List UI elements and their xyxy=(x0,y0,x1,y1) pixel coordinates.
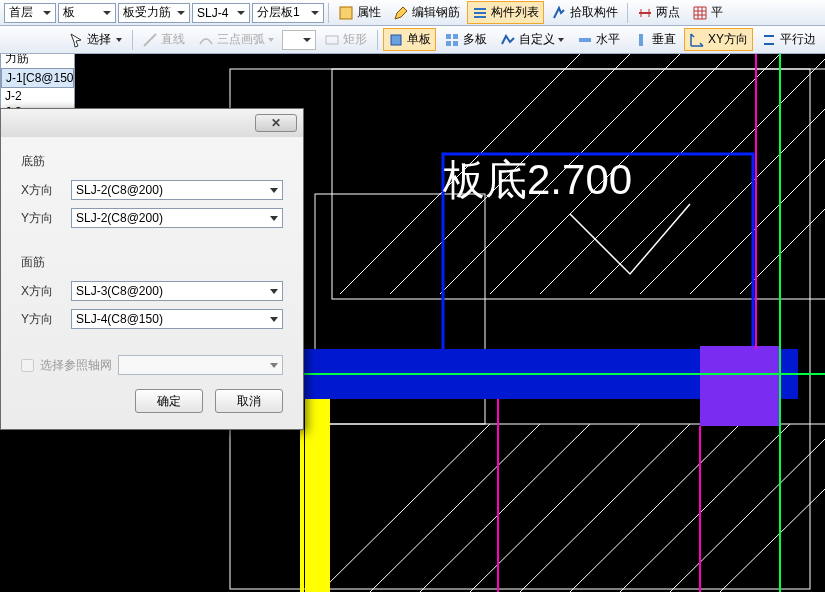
y-label: Y方向 xyxy=(21,311,63,328)
parallel-edge-button[interactable]: 平行边 xyxy=(756,28,821,51)
svg-rect-34 xyxy=(474,12,486,14)
xy-direction-button[interactable]: XY方向 xyxy=(684,28,753,51)
svg-line-19 xyxy=(620,424,790,592)
toolbar-secondary: 选择 直线 三点画弧 矩形 单板 多板 自定义 水平 垂直 XY方向 平行边 xyxy=(0,26,825,54)
two-point-icon xyxy=(637,5,653,21)
parallel-icon xyxy=(761,32,777,48)
multi-panel-icon xyxy=(444,32,460,48)
shoulijin-dropdown[interactable]: 板受力筋 xyxy=(118,3,190,23)
svg-rect-35 xyxy=(474,16,486,18)
picker-icon xyxy=(551,5,567,21)
horizontal-button[interactable]: 水平 xyxy=(572,28,625,51)
rebar-direction-dialog: ✕ 底筋 X方向 SLJ-2(C8@200) Y方向 SLJ-2(C8@200)… xyxy=(0,108,304,430)
close-icon: ✕ xyxy=(271,116,281,130)
svg-line-21 xyxy=(720,489,825,592)
canvas-annotation: 板底2.700 xyxy=(443,152,632,208)
group-title-top: 面筋 xyxy=(21,254,283,271)
svg-rect-33 xyxy=(474,8,486,10)
cancel-button[interactable]: 取消 xyxy=(215,389,283,413)
svg-rect-24 xyxy=(700,346,780,426)
svg-line-10 xyxy=(640,109,825,294)
dialog-titlebar[interactable]: ✕ xyxy=(1,109,303,137)
list-item[interactable]: J-2 xyxy=(1,88,74,104)
svg-line-15 xyxy=(420,424,590,592)
svg-line-14 xyxy=(370,424,540,592)
bottom-y-select[interactable]: SLJ-2(C8@200) xyxy=(71,208,283,228)
xy-icon xyxy=(689,32,705,48)
svg-line-16 xyxy=(470,424,640,592)
toolbar-primary: 首层 板 板受力筋 SLJ-4 分层板1 属性 编辑钢筋 构件列表 拾取构件 两… xyxy=(0,0,825,26)
single-panel-button[interactable]: 单板 xyxy=(383,28,436,51)
vertical-icon xyxy=(633,32,649,48)
edit-rebar-button[interactable]: 编辑钢筋 xyxy=(388,1,465,24)
two-point-button[interactable]: 两点 xyxy=(632,1,685,24)
fenceng-dropdown[interactable]: 分层板1 xyxy=(252,3,324,23)
svg-rect-42 xyxy=(446,34,451,39)
bottom-x-select[interactable]: SLJ-2(C8@200) xyxy=(71,180,283,200)
arc-icon xyxy=(198,32,214,48)
svg-rect-46 xyxy=(579,38,591,42)
x-label: X方向 xyxy=(21,283,63,300)
horizontal-icon xyxy=(577,32,593,48)
grid-icon xyxy=(692,5,708,21)
close-button[interactable]: ✕ xyxy=(255,114,297,132)
line-icon xyxy=(142,32,158,48)
multi-panel-button[interactable]: 多板 xyxy=(439,28,492,51)
custom-button[interactable]: 自定义 xyxy=(495,28,569,51)
select-button[interactable]: 选择 xyxy=(63,28,127,51)
svg-rect-40 xyxy=(326,36,338,44)
list-icon xyxy=(472,5,488,21)
svg-line-13 xyxy=(320,424,490,592)
list-item[interactable]: J-1[C8@150] xyxy=(1,68,74,88)
group-title-bottom: 底筋 xyxy=(21,153,283,170)
svg-rect-47 xyxy=(639,34,643,46)
slj-dropdown[interactable]: SLJ-4 xyxy=(192,3,250,23)
y-label: Y方向 xyxy=(21,210,63,227)
ref-axis-checkbox xyxy=(21,359,34,372)
svg-rect-43 xyxy=(453,34,458,39)
vertical-button[interactable]: 垂直 xyxy=(628,28,681,51)
arc-button: 三点画弧 xyxy=(193,28,279,51)
ok-button[interactable]: 确定 xyxy=(135,389,203,413)
properties-button[interactable]: 属性 xyxy=(333,1,386,24)
svg-rect-45 xyxy=(453,41,458,46)
layer-dropdown[interactable]: 首层 xyxy=(4,3,56,23)
ref-axis-label: 选择参照轴网 xyxy=(40,357,112,374)
component-list-button[interactable]: 构件列表 xyxy=(467,1,544,24)
top-x-select[interactable]: SLJ-3(C8@200) xyxy=(71,281,283,301)
svg-rect-27 xyxy=(305,399,330,592)
properties-icon xyxy=(338,5,354,21)
x-label: X方向 xyxy=(21,182,63,199)
cursor-icon xyxy=(68,32,84,48)
svg-line-18 xyxy=(570,424,740,592)
ref-axis-select xyxy=(118,355,283,375)
line-button: 直线 xyxy=(137,28,190,51)
top-y-select[interactable]: SLJ-4(C8@150) xyxy=(71,309,283,329)
svg-line-11 xyxy=(690,159,825,294)
svg-rect-3 xyxy=(315,424,825,592)
pencil-icon xyxy=(393,5,409,21)
ban-dropdown[interactable]: 板 xyxy=(58,3,116,23)
pick-component-button[interactable]: 拾取构件 xyxy=(546,1,623,24)
custom-icon xyxy=(500,32,516,48)
grid-button[interactable]: 平 xyxy=(687,1,728,24)
svg-line-17 xyxy=(520,424,690,592)
rect-button: 矩形 xyxy=(319,28,372,51)
single-panel-icon xyxy=(388,32,404,48)
svg-rect-32 xyxy=(340,7,352,19)
style-dropdown[interactable] xyxy=(282,30,316,50)
svg-line-39 xyxy=(144,34,156,46)
svg-line-20 xyxy=(670,439,825,592)
rect-icon xyxy=(324,32,340,48)
svg-rect-41 xyxy=(391,35,401,45)
svg-rect-44 xyxy=(446,41,451,46)
